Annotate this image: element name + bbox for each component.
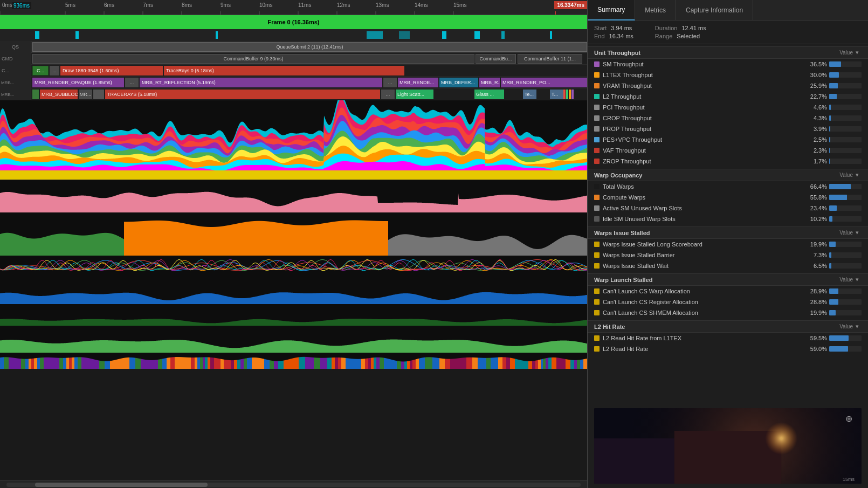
timeline-ruler: 0ms 936ms 5ms 6ms 7ms 8ms 9ms 10ms 11ms … bbox=[0, 0, 587, 15]
metric-name: L1TEX Throughput bbox=[603, 72, 800, 78]
warp-launch-stalled-expand[interactable]: ▾ bbox=[853, 276, 862, 283]
metric-bar bbox=[829, 105, 831, 110]
metric-bar bbox=[829, 216, 832, 222]
svg-rect-20 bbox=[501, 31, 505, 39]
metric-bar bbox=[829, 252, 831, 258]
unit-throughput-rows: SM Throughput 36.5% L1TEX Throughput 30.… bbox=[588, 59, 868, 167]
metric-value: 4.6% bbox=[800, 104, 827, 111]
h-scrollbar-thumb[interactable] bbox=[35, 483, 208, 487]
metric-bar-container bbox=[829, 299, 862, 305]
ruler-mark-8ms: 8ms bbox=[182, 2, 192, 8]
metric-color-swatch bbox=[594, 242, 600, 247]
metric-value: 36.5% bbox=[800, 61, 827, 67]
metric-value: 59.5% bbox=[800, 335, 827, 341]
metric-bar bbox=[829, 263, 831, 269]
metric-value: 2.5% bbox=[800, 136, 827, 143]
ruler-mark-6ms: 6ms bbox=[104, 2, 114, 8]
l2-hit-rate-expand[interactable]: ▾ bbox=[853, 323, 862, 330]
metric-bar bbox=[829, 148, 830, 153]
metric-row: L2 Throughput 22.7% bbox=[588, 91, 868, 102]
metric-value: 10.2% bbox=[800, 216, 827, 222]
metric-bar bbox=[829, 115, 831, 121]
perf-graph-3 bbox=[0, 212, 587, 256]
metric-bar-container bbox=[829, 94, 862, 99]
metric-value: 23.4% bbox=[800, 205, 827, 211]
tab-metrics[interactable]: Metrics bbox=[635, 0, 676, 20]
h-scrollbar[interactable] bbox=[0, 480, 587, 488]
metric-color-swatch bbox=[594, 205, 600, 211]
metric-bar bbox=[829, 310, 836, 315]
metric-name: Total Warps bbox=[603, 183, 800, 190]
timeline-cursor: 16.3347ms bbox=[554, 1, 587, 9]
metric-name: L2 Read Hit Rate from L1TEX bbox=[603, 335, 800, 341]
metric-name: Can't Launch CS Warp Allocation bbox=[603, 288, 800, 294]
metric-color-swatch bbox=[594, 94, 600, 99]
metric-row: VAF Throughput 2.3% bbox=[588, 145, 868, 156]
queue-submit-row: QueueSubmit 2 (11) (12.41ms) QS bbox=[0, 41, 587, 53]
metric-bar-container bbox=[829, 115, 862, 121]
queue-submit-label: QueueSubmit 2 (11) (12.41ms) bbox=[276, 44, 343, 50]
tab-bar: Summary Metrics Capture Information bbox=[588, 0, 868, 20]
metric-value: 7.3% bbox=[800, 252, 827, 258]
warps-issue-stalled-expand[interactable]: ▾ bbox=[853, 229, 862, 236]
metric-bar-container bbox=[829, 72, 862, 78]
metric-row: VRAM Throughput 25.9% bbox=[588, 80, 868, 91]
preview-thumbnail bbox=[594, 408, 862, 484]
metric-bar-container bbox=[829, 159, 862, 164]
svg-rect-17 bbox=[399, 31, 410, 39]
start-label: Start bbox=[594, 25, 607, 31]
metric-row: Compute Warps 55.8% bbox=[588, 192, 868, 203]
metric-row: PES+VPC Throughput 2.5% bbox=[588, 134, 868, 145]
ruler-mark-12ms: 12ms bbox=[337, 2, 350, 8]
yellow-band bbox=[0, 170, 587, 180]
metric-name: Can't Launch CS Register Allocation bbox=[603, 299, 800, 305]
range-label: Range bbox=[655, 33, 672, 39]
duration-value: 12.41 ms bbox=[681, 25, 706, 31]
metric-color-swatch bbox=[594, 346, 600, 352]
warp-occupancy-title: Warp Occupancy bbox=[594, 172, 821, 178]
metric-row: ZROP Throughput 1.7% bbox=[588, 156, 868, 167]
svg-rect-18 bbox=[442, 31, 446, 39]
duration-label: Duration bbox=[655, 25, 678, 31]
metric-value: 1.7% bbox=[800, 158, 827, 164]
unit-throughput-value-header: Value bbox=[821, 50, 853, 56]
metric-bar-container bbox=[829, 148, 862, 153]
warp-occupancy-header: Warp Occupancy Value ▾ bbox=[588, 169, 868, 181]
tab-summary[interactable]: Summary bbox=[588, 0, 635, 20]
metric-value: 6.5% bbox=[800, 263, 827, 269]
metric-color-swatch bbox=[594, 263, 600, 269]
metric-bar bbox=[829, 137, 830, 142]
track-area[interactable]: QueueSubmit 2 (11) (12.41ms) QS CMD Comm… bbox=[0, 29, 587, 480]
svg-rect-13 bbox=[35, 31, 39, 39]
metric-name: Can't Launch CS SHMEM Allocation bbox=[603, 310, 800, 316]
unit-throughput-expand[interactable]: ▾ bbox=[853, 49, 862, 56]
l2-hit-rate-rows: L2 Read Hit Rate from L1TEX 59.5% L2 Rea… bbox=[588, 333, 868, 354]
color-row bbox=[0, 29, 587, 41]
metric-row: Warps Issue Stalled Wait 6.5% bbox=[588, 260, 868, 271]
metric-row: Total Warps 66.4% bbox=[588, 181, 868, 192]
end-label: End bbox=[594, 33, 605, 39]
metric-bar bbox=[829, 195, 847, 200]
metric-color-swatch bbox=[594, 184, 600, 189]
warps-issue-stalled-value-header: Value bbox=[821, 230, 853, 236]
svg-rect-19 bbox=[474, 31, 480, 39]
ruler-mark-14ms: 14ms bbox=[415, 2, 428, 8]
perf-graph-7 bbox=[0, 326, 587, 353]
warps-issue-stalled-rows: Warps Issue Stalled Long Scoreboard 19.9… bbox=[588, 239, 868, 271]
tab-capture-info[interactable]: Capture Information bbox=[676, 0, 753, 20]
metrics-area[interactable]: Unit Throughput Value ▾ SM Throughput 36… bbox=[588, 44, 868, 404]
metric-value: 28.9% bbox=[800, 288, 827, 294]
h-scrollbar-track[interactable] bbox=[6, 483, 581, 487]
warp-occupancy-expand[interactable]: ▾ bbox=[853, 171, 862, 178]
metric-bar-container bbox=[829, 61, 862, 67]
mrb-row-1-label: MRB... bbox=[0, 77, 31, 88]
metric-value: 22.7% bbox=[800, 93, 827, 100]
ruler-mark-936: 936ms bbox=[12, 2, 31, 9]
metric-bar-container bbox=[829, 137, 862, 142]
metric-value: 28.8% bbox=[800, 299, 827, 305]
warp-launch-stalled-header: Warp Launch Stalled Value ▾ bbox=[588, 273, 868, 286]
metric-color-swatch bbox=[594, 159, 600, 164]
ruler-mark-9ms: 9ms bbox=[221, 2, 231, 8]
metric-value: 2.3% bbox=[800, 147, 827, 154]
metric-color-swatch bbox=[594, 72, 600, 78]
